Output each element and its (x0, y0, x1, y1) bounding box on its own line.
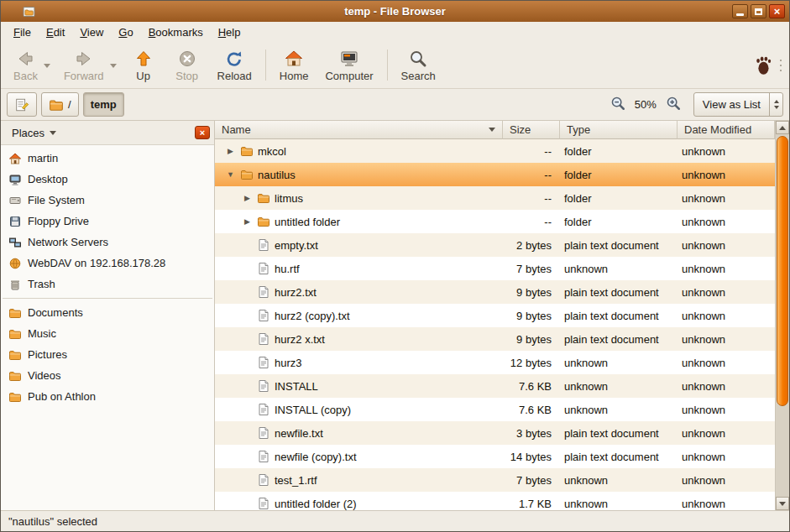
view-as-dropdown[interactable]: View as List (693, 92, 783, 117)
table-row[interactable]: hu.rtf7 bytesunknownunknown (215, 257, 775, 280)
search-button[interactable]: Search (394, 44, 443, 86)
column-header-label: Size (510, 123, 531, 136)
menu-view[interactable]: View (72, 23, 111, 41)
file-name-label: untitled folder (275, 216, 340, 228)
scrollbar-thumb[interactable] (777, 136, 788, 406)
file-name-cell: untitled folder (2) (215, 497, 503, 510)
toolbar-button-label: Stop (175, 70, 198, 82)
zoom-out-button[interactable] (609, 96, 627, 114)
menu-help[interactable]: Help (211, 23, 249, 41)
column-header-name[interactable]: Name (215, 121, 503, 139)
sidebar-item-file-system[interactable]: File System (1, 190, 214, 211)
titlebar[interactable]: temp - File Browser × (1, 1, 789, 22)
window-icon (22, 5, 36, 18)
folder-icon (8, 390, 22, 404)
scroll-up-button[interactable] (776, 121, 789, 134)
expander-open-icon[interactable]: ▼ (225, 170, 236, 179)
column-header-type[interactable]: Type (560, 121, 678, 139)
text-file-icon (257, 356, 270, 369)
menu-bookmarks[interactable]: Bookmarks (141, 23, 211, 41)
places-sidebar: Places × martinDesktopFile SystemFloppy … (1, 121, 215, 510)
text-file-icon (257, 238, 270, 252)
table-row[interactable]: INSTALL (copy)7.6 KBunknownunknown (215, 398, 775, 421)
close-button[interactable]: × (769, 4, 785, 18)
sidebar-item-documents[interactable]: Documents (1, 302, 214, 323)
table-row[interactable]: hurz2.txt9 bytesplain text documentunkno… (215, 280, 775, 304)
expander-closed-icon[interactable]: ▶ (242, 217, 253, 226)
file-size-cell: 3 bytes (503, 427, 560, 440)
sidebar-item-desktop[interactable]: Desktop (1, 169, 214, 190)
places-label: Places (12, 127, 44, 139)
text-file-icon (257, 473, 270, 487)
sidebar-item-pub-on-athlon[interactable]: Pub on Athlon (1, 386, 214, 407)
file-type-cell: unknown (560, 498, 678, 510)
table-row[interactable]: empty.txt2 bytesplain text documentunkno… (215, 233, 775, 257)
sidebar-item-trash[interactable]: Trash (1, 274, 214, 295)
menu-go[interactable]: Go (111, 23, 140, 41)
zoom-in-button[interactable] (664, 96, 683, 114)
minimize-button[interactable] (732, 4, 748, 18)
file-type-cell: plain text document (560, 451, 678, 463)
places-list: martinDesktopFile SystemFloppy DriveNetw… (1, 145, 214, 510)
column-header-date-modified[interactable]: Date Modified (678, 121, 775, 139)
file-name-label: hurz2.txt (275, 286, 317, 299)
table-row[interactable]: ▼nautilus--folderunknown (215, 163, 775, 186)
sidebar-item-floppy-drive[interactable]: Floppy Drive (1, 211, 214, 232)
up-button[interactable]: Up (123, 44, 165, 86)
forward-icon (74, 49, 94, 69)
table-row[interactable]: ▶litmus--folderunknown (215, 186, 775, 210)
status-text: "nautilus" selected (8, 515, 97, 528)
sidebar-close-button[interactable]: × (195, 126, 210, 139)
file-size-cell: -- (503, 169, 560, 181)
computer-button[interactable]: Computer (317, 44, 380, 86)
table-row[interactable]: ▶untitled folder--folderunknown (215, 210, 775, 233)
menu-file[interactable]: File (6, 23, 39, 41)
table-row[interactable]: untitled folder (2)1.7 KBunknownunknown (215, 492, 775, 510)
table-row[interactable]: hurz312 bytesunknownunknown (215, 351, 775, 374)
table-row[interactable]: test_1.rtf7 bytesunknownunknown (215, 468, 775, 492)
file-name-cell: hu.rtf (215, 262, 503, 275)
text-file-icon (257, 450, 270, 463)
file-type-cell: unknown (560, 380, 678, 393)
sidebar-item-music[interactable]: Music (1, 323, 214, 344)
chevron-down-icon (50, 131, 56, 135)
file-name-cell: newfile (copy).txt (215, 450, 503, 463)
table-row[interactable]: newfile.txt3 bytesplain text documentunk… (215, 421, 775, 445)
places-selector-button[interactable]: Places (5, 123, 63, 143)
vertical-scrollbar[interactable] (775, 121, 789, 510)
table-row[interactable]: ▶mkcol--folderunknown (215, 139, 775, 163)
sidebar-item-videos[interactable]: Videos (1, 365, 214, 386)
sidebar-item-martin[interactable]: martin (1, 148, 214, 169)
expander-closed-icon[interactable]: ▶ (242, 194, 253, 202)
edit-location-button[interactable] (7, 92, 37, 117)
scroll-down-button[interactable] (776, 497, 789, 510)
home-button[interactable]: Home (272, 44, 317, 86)
table-row[interactable]: hurz2 (copy).txt9 bytesplain text docume… (215, 304, 775, 327)
file-name-label: hu.rtf (275, 263, 300, 275)
trash-icon (8, 278, 22, 291)
expander-closed-icon[interactable]: ▶ (225, 147, 236, 155)
table-row[interactable]: hurz2 x.txt9 bytesplain text documentunk… (215, 327, 775, 351)
maximize-button[interactable] (751, 4, 766, 18)
sidebar-item-webdav-on-192-168-178-28[interactable]: WebDAV on 192.168.178.28 (1, 253, 214, 274)
path-button-root[interactable]: / (41, 92, 79, 117)
column-header-size[interactable]: Size (503, 121, 560, 139)
reload-button[interactable]: Reload (210, 44, 259, 86)
home-icon (284, 49, 304, 69)
file-browser-window: temp - File Browser × FileEditViewGoBook… (0, 0, 790, 532)
toolbar-separator (265, 50, 266, 81)
file-date-cell: unknown (678, 263, 775, 275)
file-size-cell: 1.7 KB (503, 498, 560, 510)
table-row[interactable]: INSTALL7.6 KBunknownunknown (215, 374, 775, 398)
scrollbar-track[interactable] (776, 134, 789, 497)
file-name-cell: INSTALL (copy) (215, 403, 503, 416)
file-size-cell: -- (503, 192, 560, 205)
table-row[interactable]: newfile (copy).txt14 bytesplain text doc… (215, 445, 775, 468)
folder-icon (240, 168, 254, 181)
sidebar-item-label: Pictures (28, 348, 67, 361)
column-header-label: Name (222, 123, 251, 136)
path-button-current[interactable]: temp (83, 92, 124, 117)
sidebar-item-pictures[interactable]: Pictures (1, 344, 214, 365)
sidebar-item-network-servers[interactable]: Network Servers (1, 232, 214, 253)
menu-edit[interactable]: Edit (39, 23, 72, 41)
